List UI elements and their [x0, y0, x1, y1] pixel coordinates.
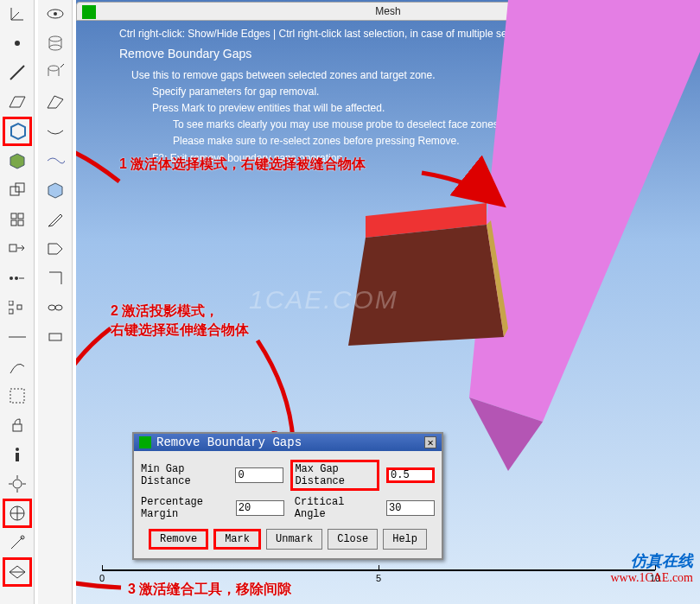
- dialog-close-button[interactable]: ✕: [424, 436, 436, 448]
- blade-icon[interactable]: [45, 92, 66, 112]
- scale-bar: 0 5 10: [102, 569, 655, 587]
- svg-point-32: [49, 36, 61, 41]
- wand-icon[interactable]: [7, 532, 28, 553]
- watermark: 1CAE.COM: [249, 285, 398, 315]
- mesh-viewport[interactable]: Mesh ✕ Ctrl right-click: Show/Hide Edges…: [76, 0, 700, 604]
- svg-point-0: [15, 41, 20, 46]
- project-mode-icon[interactable]: [7, 503, 28, 524]
- svg-rect-21: [16, 453, 19, 461]
- surface-icon[interactable]: [45, 150, 66, 171]
- help-line: Specify parameters for gap removal.: [119, 84, 567, 100]
- svg-point-34: [48, 66, 59, 71]
- svg-rect-8: [18, 213, 23, 219]
- lashes-icon[interactable]: [45, 121, 66, 142]
- mark-button[interactable]: Mark: [213, 529, 261, 550]
- close-button[interactable]: Close: [328, 529, 378, 550]
- dialog-icon: [139, 436, 151, 448]
- tag-icon[interactable]: [45, 238, 66, 259]
- svg-point-22: [13, 480, 22, 488]
- lock-icon[interactable]: [7, 415, 28, 436]
- svg-point-38: [55, 305, 62, 310]
- border-icon[interactable]: [7, 385, 28, 406]
- plane2-icon[interactable]: [45, 327, 66, 347]
- gap-tool-icon[interactable]: [7, 562, 28, 582]
- svg-rect-18: [10, 389, 24, 403]
- pct-margin-label: Percentage Margin: [141, 496, 229, 520]
- drag-icon[interactable]: [45, 268, 66, 289]
- link-icon[interactable]: [45, 297, 66, 318]
- svg-marker-4: [10, 154, 24, 168]
- svg-line-35: [60, 64, 64, 67]
- help-line: Press Mark to preview entities that will…: [119, 100, 567, 117]
- body-select-icon[interactable]: [7, 121, 28, 142]
- window-titlebar: Mesh ✕: [76, 2, 700, 21]
- svg-rect-16: [17, 305, 22, 309]
- svg-marker-2: [10, 97, 25, 107]
- grid-icon[interactable]: [7, 209, 28, 230]
- min-gap-label: Min Gap Distance: [141, 463, 228, 487]
- remove-button[interactable]: Remove: [149, 529, 208, 550]
- unmark-button[interactable]: Unmark: [266, 529, 322, 550]
- cylinder-icon[interactable]: [45, 33, 66, 54]
- eye-icon[interactable]: [45, 3, 66, 24]
- svg-rect-15: [9, 309, 13, 314]
- brand-url: www.1CAE.com: [610, 571, 693, 585]
- window-close-button[interactable]: ✕: [680, 5, 694, 19]
- svg-rect-5: [10, 187, 19, 195]
- cube-icon[interactable]: [7, 150, 28, 171]
- svg-point-20: [16, 448, 19, 451]
- annotation-2a: 2 激活投影模式，: [111, 302, 219, 321]
- svg-marker-44: [487, 220, 508, 337]
- pct-margin-input[interactable]: [236, 500, 284, 516]
- help-heading: Remove Boundary Gaps: [119, 44, 567, 63]
- help-line: To see marks clearly you may use mouse p…: [119, 117, 567, 133]
- axis-icon[interactable]: [7, 3, 28, 24]
- help-button[interactable]: Help: [383, 529, 427, 550]
- svg-point-12: [10, 277, 13, 280]
- svg-rect-11: [10, 245, 16, 251]
- remove-boundary-gaps-dialog: Remove Boundary Gaps ✕ Min Gap Distance …: [132, 432, 443, 560]
- dot-arrow-icon[interactable]: [7, 268, 28, 289]
- svg-line-26: [11, 537, 22, 549]
- levels-icon[interactable]: [7, 297, 28, 318]
- svg-marker-3: [11, 124, 25, 139]
- svg-rect-9: [11, 220, 16, 226]
- svg-marker-36: [48, 183, 62, 198]
- crit-angle-label: Critical Angle: [291, 496, 379, 520]
- svg-marker-41: [469, 397, 543, 471]
- help-line: Ctrl right-click: Show/Hide Edges | Ctrl…: [119, 26, 567, 42]
- pencil-icon[interactable]: [45, 209, 66, 230]
- svg-point-37: [48, 305, 55, 310]
- left-toolbar-1: [0, 0, 35, 604]
- arrow-square-icon[interactable]: [7, 238, 28, 259]
- annotation-2b: 右键选择延伸缝合物体: [111, 321, 249, 340]
- left-toolbar-2: [38, 0, 73, 604]
- help-line: Please make sure to re-select zones befo…: [119, 133, 567, 149]
- app-icon: [82, 5, 96, 19]
- line-icon[interactable]: [7, 62, 28, 83]
- min-gap-input[interactable]: [235, 467, 283, 483]
- curve-icon[interactable]: [7, 356, 28, 377]
- multi-icon[interactable]: [7, 180, 28, 200]
- help-overlay: Ctrl right-click: Show/Hide Edges | Ctrl…: [119, 26, 567, 167]
- dot-icon[interactable]: [7, 33, 28, 54]
- info-icon[interactable]: [7, 444, 28, 465]
- max-gap-input[interactable]: [386, 467, 435, 483]
- svg-marker-43: [348, 225, 504, 346]
- face-icon[interactable]: [7, 92, 28, 112]
- dialog-titlebar: Remove Boundary Gaps ✕: [134, 434, 442, 451]
- edit-cylinder-icon[interactable]: [45, 62, 66, 83]
- svg-rect-14: [9, 301, 13, 305]
- scale-label: 0: [99, 573, 105, 583]
- svg-rect-6: [16, 183, 24, 192]
- svg-rect-10: [18, 220, 23, 226]
- gear-icon[interactable]: [7, 474, 28, 494]
- svg-rect-7: [11, 213, 16, 219]
- crit-angle-input[interactable]: [386, 500, 435, 516]
- slider-icon[interactable]: [7, 327, 28, 347]
- cube2-icon[interactable]: [45, 180, 66, 200]
- svg-rect-19: [13, 424, 22, 431]
- svg-point-13: [15, 277, 18, 280]
- svg-line-1: [10, 66, 24, 79]
- svg-point-33: [49, 45, 61, 50]
